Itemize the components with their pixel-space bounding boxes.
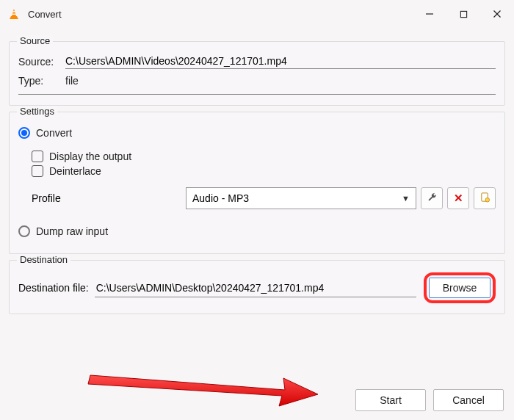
new-file-icon bbox=[479, 192, 491, 205]
browse-button-label: Browse bbox=[443, 282, 477, 294]
minimize-button[interactable] bbox=[413, 0, 446, 28]
convert-radio-label: Convert bbox=[36, 127, 72, 139]
type-label: Type: bbox=[18, 75, 59, 87]
delete-profile-button[interactable]: ✕ bbox=[447, 187, 469, 209]
svg-marker-10 bbox=[88, 375, 318, 406]
destination-file-input[interactable] bbox=[95, 278, 416, 297]
deinterlace-checkbox[interactable]: Deinterlace bbox=[32, 165, 496, 177]
vlc-icon bbox=[7, 7, 21, 21]
cancel-button[interactable]: Cancel bbox=[433, 389, 504, 411]
start-button[interactable]: Start bbox=[355, 389, 426, 411]
type-underline bbox=[18, 91, 496, 95]
svg-marker-0 bbox=[12, 9, 16, 16]
titlebar: Convert bbox=[0, 0, 514, 28]
source-label: Source: bbox=[18, 56, 59, 68]
radio-off-icon bbox=[18, 225, 30, 237]
annotation-arrow bbox=[87, 363, 322, 408]
svg-point-9 bbox=[485, 198, 489, 202]
convert-radio[interactable]: Convert bbox=[18, 127, 496, 139]
settings-group: Settings Convert Display the output Dein… bbox=[9, 112, 505, 254]
svg-rect-5 bbox=[460, 11, 466, 17]
destination-legend: Destination bbox=[17, 254, 70, 265]
wrench-icon bbox=[427, 192, 438, 205]
dump-raw-label: Dump raw input bbox=[36, 225, 108, 237]
checkbox-empty-icon bbox=[32, 165, 43, 177]
svg-rect-1 bbox=[12, 11, 15, 12]
display-output-checkbox[interactable]: Display the output bbox=[32, 151, 496, 162]
deinterlace-label: Deinterlace bbox=[49, 165, 101, 177]
profile-label: Profile bbox=[32, 192, 186, 204]
svg-rect-2 bbox=[12, 14, 15, 15]
type-value: file bbox=[65, 75, 79, 87]
window-title: Convert bbox=[28, 9, 62, 20]
svg-marker-3 bbox=[10, 16, 18, 19]
start-button-label: Start bbox=[380, 394, 402, 406]
dialog-buttons: Start Cancel bbox=[355, 389, 504, 411]
radio-on-icon bbox=[18, 127, 30, 139]
browse-button[interactable]: Browse bbox=[429, 278, 491, 298]
maximize-button[interactable] bbox=[446, 0, 480, 28]
destination-group: Destination Destination file: Browse bbox=[9, 260, 505, 314]
dump-raw-radio[interactable]: Dump raw input bbox=[18, 225, 496, 237]
cancel-button-label: Cancel bbox=[452, 394, 485, 406]
source-group: Source Source: Type: file bbox=[9, 41, 505, 106]
delete-x-icon: ✕ bbox=[454, 192, 463, 205]
destination-label: Destination file: bbox=[18, 282, 89, 294]
source-legend: Source bbox=[17, 35, 53, 46]
source-path-input[interactable] bbox=[65, 54, 496, 69]
chevron-down-icon: ▼ bbox=[402, 194, 410, 203]
display-output-label: Display the output bbox=[49, 151, 131, 162]
profile-select[interactable]: Audio - MP3 ▼ bbox=[186, 187, 416, 209]
close-button[interactable] bbox=[480, 0, 514, 28]
profile-selected-value: Audio - MP3 bbox=[192, 192, 249, 204]
edit-profile-button[interactable] bbox=[421, 187, 443, 209]
new-profile-button[interactable] bbox=[474, 187, 496, 209]
settings-legend: Settings bbox=[17, 106, 57, 117]
browse-highlight: Browse bbox=[424, 272, 496, 303]
checkbox-empty-icon bbox=[32, 151, 43, 162]
window-controls bbox=[413, 0, 514, 28]
